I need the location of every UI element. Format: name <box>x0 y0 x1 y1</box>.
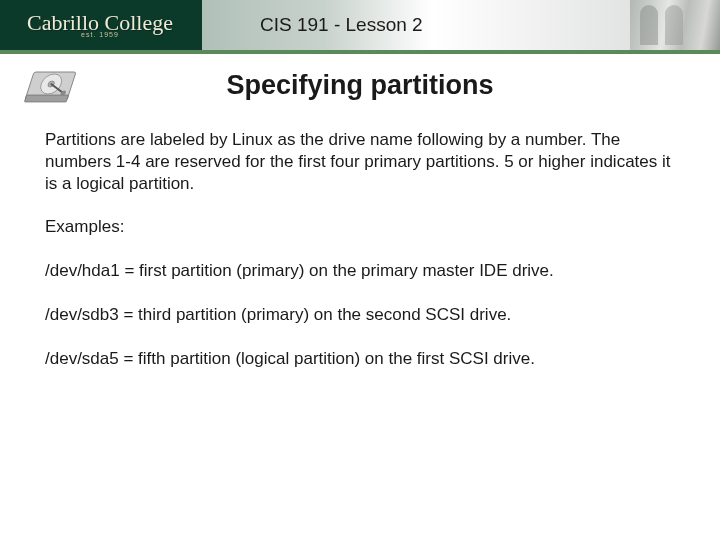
college-logo: Cabrillo College est. 1959 <box>0 0 200 50</box>
logo-est: est. 1959 <box>81 31 119 38</box>
example-1: /dev/hda1 = first partition (primary) on… <box>45 260 675 282</box>
logo-text: Cabrillo College <box>27 13 173 33</box>
example-3: /dev/sda5 = fifth partition (logical par… <box>45 348 675 370</box>
body-text: Partitions are labeled by Linux as the d… <box>45 129 675 369</box>
svg-rect-1 <box>24 95 68 102</box>
hard-drive-icon <box>22 66 82 108</box>
example-2: /dev/sdb3 = third partition (primary) on… <box>45 304 675 326</box>
banner-photo <box>630 0 720 50</box>
intro-paragraph: Partitions are labeled by Linux as the d… <box>45 129 675 194</box>
header-banner: Cabrillo College est. 1959 CIS 191 - Les… <box>0 0 720 50</box>
examples-label: Examples: <box>45 216 675 238</box>
slide-content: Specifying partitions Partitions are lab… <box>0 54 720 369</box>
course-title: CIS 191 - Lesson 2 <box>260 14 423 36</box>
slide-title: Specifying partitions <box>45 70 675 101</box>
